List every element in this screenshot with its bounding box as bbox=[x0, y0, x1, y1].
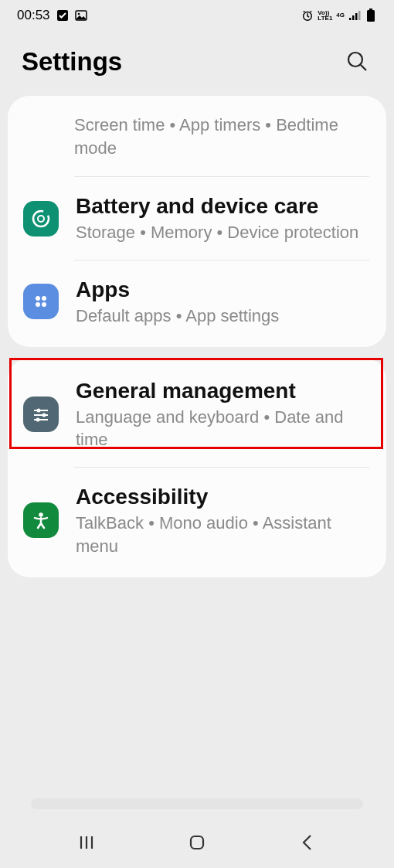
scroll-indicator bbox=[31, 798, 363, 809]
checkbox-notification-icon bbox=[56, 9, 69, 22]
svg-point-12 bbox=[33, 211, 49, 226]
svg-rect-6 bbox=[355, 13, 358, 20]
svg-point-17 bbox=[42, 302, 46, 307]
svg-rect-4 bbox=[349, 18, 352, 20]
svg-line-11 bbox=[361, 65, 366, 70]
svg-point-23 bbox=[36, 417, 40, 421]
accessibility-icon bbox=[23, 502, 59, 538]
svg-rect-8 bbox=[369, 9, 372, 10]
svg-point-16 bbox=[36, 302, 40, 307]
settings-card-system: General management Language and keyboard… bbox=[8, 358, 386, 577]
back-icon bbox=[297, 832, 318, 855]
general-management-icon bbox=[23, 397, 59, 432]
search-icon bbox=[345, 49, 369, 75]
item-title: Apps bbox=[76, 276, 371, 303]
settings-item-general[interactable]: General management Language and keyboard… bbox=[8, 362, 386, 467]
svg-point-14 bbox=[36, 296, 40, 301]
nav-back-button[interactable] bbox=[284, 828, 331, 859]
svg-rect-7 bbox=[358, 11, 361, 20]
signal-icon bbox=[348, 9, 361, 22]
item-subtitle: Default apps • App settings bbox=[76, 305, 371, 328]
image-notification-icon bbox=[75, 9, 87, 22]
svg-point-19 bbox=[37, 408, 41, 412]
item-title: Accessibility bbox=[76, 483, 371, 510]
alarm-icon bbox=[301, 9, 314, 22]
device-care-icon bbox=[23, 201, 59, 237]
settings-item-digital-wellbeing-partial[interactable]: Screen time • App timers • Bedtime mode bbox=[8, 100, 386, 176]
item-title: General management bbox=[76, 377, 371, 404]
item-content: Apps Default apps • App settings bbox=[76, 276, 371, 328]
nav-recents-button[interactable] bbox=[63, 828, 110, 859]
status-right: Vo)) LTE1 4G bbox=[301, 9, 377, 22]
recents-icon bbox=[76, 832, 97, 855]
item-subtitle: Language and keyboard • Date and time bbox=[76, 406, 371, 451]
status-left: 00:53 bbox=[17, 8, 87, 23]
svg-rect-28 bbox=[191, 836, 203, 849]
settings-card-device: Screen time • App timers • Bedtime mode … bbox=[8, 96, 386, 347]
svg-rect-9 bbox=[367, 10, 375, 22]
nav-home-button[interactable] bbox=[174, 828, 220, 859]
network-type: 4G bbox=[336, 12, 345, 18]
svg-point-10 bbox=[348, 53, 362, 66]
home-icon bbox=[187, 832, 207, 855]
svg-point-21 bbox=[42, 413, 46, 417]
settings-header: Settings bbox=[0, 31, 394, 96]
item-title: Battery and device care bbox=[76, 192, 371, 220]
item-content: Battery and device care Storage • Memory… bbox=[76, 192, 371, 244]
search-button[interactable] bbox=[341, 46, 372, 77]
item-subtitle: Screen time • App timers • Bedtime mode bbox=[74, 114, 368, 159]
item-subtitle: TalkBack • Mono audio • Assistant menu bbox=[76, 512, 371, 557]
battery-icon bbox=[365, 9, 377, 22]
svg-point-2 bbox=[77, 13, 80, 15]
svg-rect-5 bbox=[352, 15, 355, 20]
settings-item-apps[interactable]: Apps Default apps • App settings bbox=[8, 260, 386, 343]
status-time: 00:53 bbox=[17, 8, 50, 23]
status-bar: 00:53 Vo)) LTE1 4G bbox=[0, 0, 394, 31]
volte-indicator: Vo)) LTE1 bbox=[318, 10, 332, 21]
svg-point-13 bbox=[38, 216, 44, 222]
settings-item-accessibility[interactable]: Accessibility TalkBack • Mono audio • As… bbox=[8, 468, 386, 573]
item-content: Accessibility TalkBack • Mono audio • As… bbox=[76, 483, 371, 557]
apps-icon bbox=[23, 284, 59, 319]
svg-point-15 bbox=[42, 296, 46, 301]
settings-item-battery[interactable]: Battery and device care Storage • Memory… bbox=[8, 177, 386, 260]
page-title: Settings bbox=[22, 47, 122, 77]
item-content: General management Language and keyboard… bbox=[76, 377, 371, 451]
navigation-bar bbox=[0, 819, 394, 868]
svg-point-24 bbox=[39, 513, 43, 518]
item-subtitle: Storage • Memory • Device protection bbox=[76, 221, 371, 244]
